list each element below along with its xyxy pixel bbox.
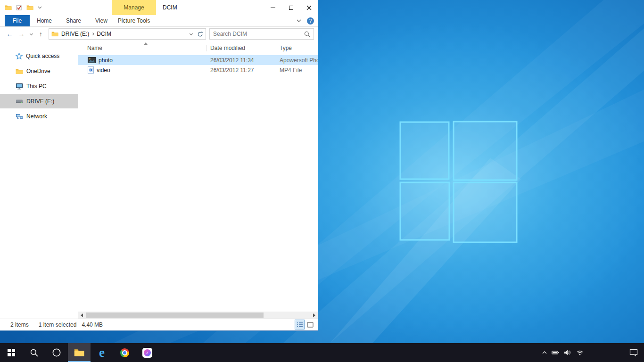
action-center-button[interactable] (629, 343, 638, 362)
tab-view[interactable]: View (88, 15, 115, 26)
cortana-button[interactable] (45, 343, 68, 362)
column-header-name[interactable]: Name (78, 45, 206, 51)
address-folder-icon (51, 31, 58, 37)
breadcrumb-dcim[interactable]: DCIM (94, 31, 114, 37)
tab-picture-tools[interactable]: Picture Tools (112, 15, 156, 26)
maximize-icon (289, 6, 293, 10)
sidebar-item-label: This PC (26, 83, 47, 90)
music-note-icon: ♪ (144, 349, 151, 356)
file-explorer-window: Manage DCIM File Home Share View Picture… (0, 0, 318, 331)
quick-access-toolbar (0, 5, 42, 10)
itunes-icon: ♪ (142, 348, 152, 358)
wifi-icon[interactable] (576, 350, 584, 355)
items-count: 2 items (10, 321, 29, 328)
star-icon (16, 53, 23, 59)
file-explorer-folder-icon (74, 348, 84, 357)
sidebar-item-label: DRIVE (E:) (26, 98, 54, 105)
taskbar-edge-button[interactable]: e (91, 343, 113, 362)
selection-size: 4.40 MB (82, 321, 103, 328)
taskbar-search-button[interactable] (23, 343, 45, 362)
file-type: Apowersoft Pho (276, 57, 318, 64)
scroll-left-arrow[interactable] (78, 312, 85, 319)
recent-locations-chevron-icon[interactable] (27, 33, 35, 35)
new-folder-icon[interactable] (26, 5, 33, 10)
file-row-video[interactable]: video 26/03/2012 11:27 MP4 File (78, 65, 318, 75)
chrome-icon (120, 348, 129, 357)
back-button[interactable]: ← (4, 30, 16, 38)
folder-icon[interactable] (5, 5, 12, 10)
window-title: DCIM (163, 4, 177, 11)
edge-icon: e (99, 346, 105, 359)
tab-share[interactable]: Share (59, 15, 88, 26)
column-separator[interactable] (276, 45, 276, 51)
up-button[interactable]: ↑ (35, 30, 47, 38)
minimize-icon (271, 8, 275, 8)
drive-icon (16, 99, 23, 104)
folder-icon (16, 68, 23, 74)
search-icon[interactable] (304, 31, 310, 37)
sidebar-item-onedrive[interactable]: OneDrive (0, 64, 78, 78)
address-bar-row: ← → ↑ DRIVE (E:) DCIM (0, 27, 318, 41)
large-icons-view-button[interactable] (305, 320, 314, 329)
address-bar[interactable]: DRIVE (E:) DCIM (49, 28, 206, 40)
photo-file-icon (88, 57, 96, 63)
scroll-right-arrow[interactable] (311, 312, 318, 319)
cortana-circle-icon (52, 348, 61, 357)
breadcrumb-drive[interactable]: DRIVE (E:) (58, 31, 92, 37)
file-name: video (97, 67, 110, 74)
help-button[interactable]: ? (307, 17, 314, 25)
address-dropdown-chevron-icon[interactable] (187, 33, 195, 35)
expand-ribbon-chevron-icon[interactable] (297, 19, 301, 22)
details-view-button[interactable] (295, 320, 304, 329)
search-icon (30, 349, 38, 357)
title-bar[interactable]: Manage DCIM (0, 0, 318, 15)
sidebar-item-network[interactable]: Network (0, 109, 78, 123)
taskbar-itunes-button[interactable]: ♪ (136, 343, 158, 362)
details-view-icon (297, 322, 303, 328)
column-header-date-modified[interactable]: Date modified (206, 45, 276, 51)
ribbon-right-controls: ? (297, 15, 314, 26)
properties-check-icon[interactable] (16, 5, 22, 10)
view-toggles (295, 320, 314, 329)
file-name: photo (99, 57, 113, 64)
taskbar-chrome-button[interactable] (113, 343, 136, 362)
selection-count: 1 item selected (39, 321, 77, 328)
customize-qat-chevron-icon[interactable] (38, 6, 42, 9)
search-input[interactable] (213, 31, 304, 37)
column-headers: Name Date modified Type (78, 41, 318, 55)
sort-ascending-icon (144, 42, 148, 45)
system-tray (542, 343, 584, 362)
file-row-photo[interactable]: photo 26/03/2012 11:34 Apowersoft Pho (78, 55, 318, 65)
file-list-area: Name Date modified Type photo 26/03/2012… (78, 41, 318, 319)
file-date-modified: 26/03/2012 11:34 (206, 57, 276, 64)
scrollbar-thumb[interactable] (86, 313, 264, 318)
ribbon-tab-row: File Home Share View Picture Tools ? (0, 15, 318, 27)
file-type: MP4 File (276, 67, 318, 74)
maximize-button[interactable] (282, 0, 300, 15)
windows-logo-icon (8, 349, 15, 356)
volume-icon[interactable] (564, 349, 571, 356)
battery-icon[interactable] (552, 350, 559, 355)
search-box[interactable] (209, 28, 314, 40)
navigation-pane: Quick access OneDrive This PC DRIVE (E:)… (0, 41, 78, 319)
status-bar: 2 items 1 item selected 4.40 MB (0, 319, 318, 330)
refresh-icon[interactable] (197, 31, 203, 37)
tab-home[interactable]: Home (30, 15, 59, 26)
horizontal-scrollbar[interactable] (78, 312, 318, 319)
column-header-type[interactable]: Type (276, 45, 318, 51)
close-button[interactable] (300, 0, 318, 15)
sidebar-item-label: OneDrive (26, 68, 50, 74)
tab-file[interactable]: File (5, 15, 30, 26)
column-separator[interactable] (206, 45, 207, 51)
taskbar-file-explorer-button[interactable] (68, 343, 91, 362)
sidebar-item-drive-e[interactable]: DRIVE (E:) (0, 94, 78, 108)
sidebar-item-this-pc[interactable]: This PC (0, 79, 78, 93)
taskbar: e ♪ (0, 343, 644, 362)
manage-contextual-group[interactable]: Manage (112, 0, 156, 15)
forward-button[interactable]: → (16, 30, 27, 38)
hidden-icons-chevron-icon[interactable] (542, 351, 547, 354)
file-rows: photo 26/03/2012 11:34 Apowersoft Pho vi… (78, 55, 318, 312)
start-button[interactable] (0, 343, 23, 362)
sidebar-item-quick-access[interactable]: Quick access (0, 49, 78, 63)
minimize-button[interactable] (264, 0, 282, 15)
